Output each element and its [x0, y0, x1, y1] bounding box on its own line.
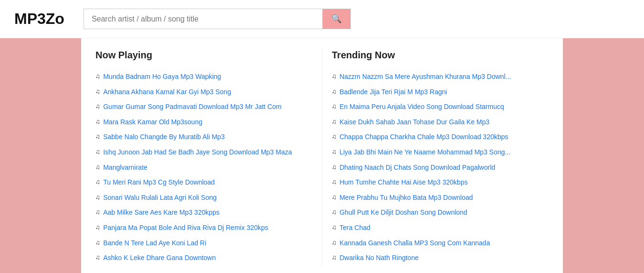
list-item: ♫Mere Prabhu Tu Mujhko Bata Mp3 Download: [332, 190, 549, 206]
music-note-icon: ♫: [95, 118, 100, 125]
music-note-icon: ♫: [95, 254, 100, 261]
list-item: ♫Chappa Chappa Charkha Chale Mp3 Downloa…: [332, 130, 549, 145]
music-note-icon: ♫: [332, 194, 337, 201]
song-link[interactable]: Ishq Junoon Jab Had Se Badh Jaye Song Do…: [103, 148, 292, 157]
music-note-icon: ♫: [332, 88, 337, 95]
song-link[interactable]: Dhating Naach Dj Chats Song Download Pag…: [339, 163, 495, 173]
list-item: ♫Ghull Putt Ke Diljit Doshan Song Downlo…: [332, 205, 549, 220]
song-link[interactable]: Aab Milke Sare Aes Kare Mp3 320kpps: [103, 208, 220, 218]
song-link[interactable]: Sabbe Nalo Changde By Muratib Ali Mp3: [103, 132, 224, 142]
search-input[interactable]: [84, 9, 322, 29]
list-item: ♫Ankhana Akhana Kamal Kar Gyi Mp3 Song: [95, 85, 312, 100]
list-item: ♫En Maima Peru Anjala Video Song Downloa…: [332, 99, 549, 115]
list-item: ♫Panjara Ma Popat Bole And Riva Riva Dj …: [95, 220, 312, 236]
trending-title: Trending Now: [332, 50, 549, 61]
song-link[interactable]: Mere Prabhu Tu Mujhko Bata Mp3 Download: [339, 193, 473, 203]
music-note-icon: ♫: [95, 239, 100, 246]
trending-list: ♫Nazzm Nazzm Sa Mere Ayushman Khurana Mp…: [332, 69, 549, 266]
list-item: ♫Bande N Tere Lad Aye Koni Lad Ri: [95, 236, 312, 251]
list-item: ♫Kaise Dukh Sahab Jaan Tohase Dur Gaila …: [332, 115, 549, 130]
list-item: ♫Dhating Naach Dj Chats Song Download Pa…: [332, 160, 549, 175]
list-item: ♫Dwarika No Nath Ringtone: [332, 251, 549, 266]
song-link[interactable]: Chappa Chappa Charkha Chale Mp3 Download…: [339, 132, 508, 142]
song-link[interactable]: Liya Jab Bhi Main Ne Ye Naame Mohammad M…: [339, 148, 510, 157]
song-link[interactable]: Ashko K Leke Dhare Gana Downtown: [103, 253, 216, 263]
main-content: Now Playing ♫Munda Badnam Ho Gaya Mp3 Wa…: [81, 38, 563, 273]
now-playing-list: ♫Munda Badnam Ho Gaya Mp3 Wapking♫Ankhan…: [95, 69, 312, 266]
music-note-icon: ♫: [332, 224, 337, 231]
column-divider: [322, 50, 322, 266]
music-note-icon: ♫: [95, 194, 100, 201]
music-note-icon: ♫: [332, 208, 337, 216]
music-note-icon: ♫: [332, 178, 337, 186]
music-note-icon: ♫: [95, 148, 100, 155]
music-note-icon: ♫: [332, 103, 337, 110]
list-item: ♫Ashko K Leke Dhare Gana Downtown: [95, 251, 312, 266]
song-link[interactable]: En Maima Peru Anjala Video Song Download…: [339, 102, 504, 112]
search-button[interactable]: 🔍: [322, 9, 351, 29]
logo: MP3Zo: [14, 10, 64, 28]
list-item: ♫Tu Meri Rani Mp3 Cg Style Download: [95, 175, 312, 190]
song-link[interactable]: Sonari Walu Rulali Lata Agri Koli Song: [103, 193, 217, 203]
header: MP3Zo 🔍: [0, 0, 644, 38]
list-item: ♫Liya Jab Bhi Main Ne Ye Naame Mohammad …: [332, 145, 549, 160]
song-link[interactable]: Badlende Jija Teri Rjai M Mp3 Ragni: [339, 87, 447, 97]
music-note-icon: ♫: [95, 73, 100, 80]
song-link[interactable]: Kannada Ganesh Challa MP3 Song Com Kanna…: [339, 239, 490, 248]
music-note-icon: ♫: [95, 208, 100, 216]
song-link[interactable]: Bande N Tere Lad Aye Koni Lad Ri: [103, 239, 206, 248]
list-item: ♫Manglvarnirate: [95, 160, 312, 175]
song-link[interactable]: Hum Tumhe Chahte Hai Aise Mp3 320kbps: [339, 178, 467, 187]
list-item: ♫Mara Rask Kamar Old Mp3soung: [95, 115, 312, 130]
now-playing-column: Now Playing ♫Munda Badnam Ho Gaya Mp3 Wa…: [95, 50, 312, 266]
song-link[interactable]: Tera Chad: [339, 223, 370, 233]
song-link[interactable]: Mara Rask Kamar Old Mp3soung: [103, 118, 202, 127]
list-item: ♫Ishq Junoon Jab Had Se Badh Jaye Song D…: [95, 145, 312, 160]
music-note-icon: ♫: [95, 103, 100, 110]
search-container: 🔍: [84, 9, 351, 29]
song-link[interactable]: Tu Meri Rani Mp3 Cg Style Download: [103, 178, 215, 187]
list-item: ♫Badlende Jija Teri Rjai M Mp3 Ragni: [332, 85, 549, 100]
music-note-icon: ♫: [95, 164, 100, 171]
music-note-icon: ♫: [332, 118, 337, 125]
columns: Now Playing ♫Munda Badnam Ho Gaya Mp3 Wa…: [95, 50, 549, 266]
list-item: ♫Hum Tumhe Chahte Hai Aise Mp3 320kbps: [332, 175, 549, 190]
music-note-icon: ♫: [332, 133, 337, 140]
list-item: ♫Aab Milke Sare Aes Kare Mp3 320kpps: [95, 205, 312, 220]
list-item: ♫Sonari Walu Rulali Lata Agri Koli Song: [95, 190, 312, 206]
song-link[interactable]: Kaise Dukh Sahab Jaan Tohase Dur Gaila K…: [339, 118, 489, 127]
music-note-icon: ♫: [95, 88, 100, 95]
song-link[interactable]: Dwarika No Nath Ringtone: [339, 253, 419, 263]
music-note-icon: ♫: [332, 73, 337, 80]
trending-column: Trending Now ♫Nazzm Nazzm Sa Mere Ayushm…: [332, 50, 549, 266]
song-link[interactable]: Ankhana Akhana Kamal Kar Gyi Mp3 Song: [103, 87, 231, 97]
list-item: ♫Munda Badnam Ho Gaya Mp3 Wapking: [95, 69, 312, 85]
song-link[interactable]: Ghull Putt Ke Diljit Doshan Song Downlon…: [339, 208, 467, 218]
song-link[interactable]: Nazzm Nazzm Sa Mere Ayushman Khurana Mp3…: [339, 72, 511, 82]
music-note-icon: ♫: [332, 164, 337, 171]
song-link[interactable]: Manglvarnirate: [103, 163, 148, 173]
music-note-icon: ♫: [95, 224, 100, 231]
list-item: ♫Kannada Ganesh Challa MP3 Song Com Kann…: [332, 236, 549, 251]
music-note-icon: ♫: [332, 239, 337, 246]
list-item: ♫Tera Chad: [332, 220, 549, 236]
music-note-icon: ♫: [332, 254, 337, 261]
song-link[interactable]: Munda Badnam Ho Gaya Mp3 Wapking: [103, 72, 221, 82]
list-item: ♫Gumar Gumar Song Padmavati Download Mp3…: [95, 99, 312, 115]
song-link[interactable]: Panjara Ma Popat Bole And Riva Riva Dj R…: [103, 223, 268, 233]
search-icon: 🔍: [331, 14, 342, 24]
song-link[interactable]: Gumar Gumar Song Padmavati Download Mp3 …: [103, 102, 281, 112]
music-note-icon: ♫: [95, 178, 100, 186]
now-playing-title: Now Playing: [95, 50, 312, 61]
list-item: ♫Sabbe Nalo Changde By Muratib Ali Mp3: [95, 130, 312, 145]
list-item: ♫Nazzm Nazzm Sa Mere Ayushman Khurana Mp…: [332, 69, 549, 85]
music-note-icon: ♫: [95, 133, 100, 140]
music-note-icon: ♫: [332, 148, 337, 155]
